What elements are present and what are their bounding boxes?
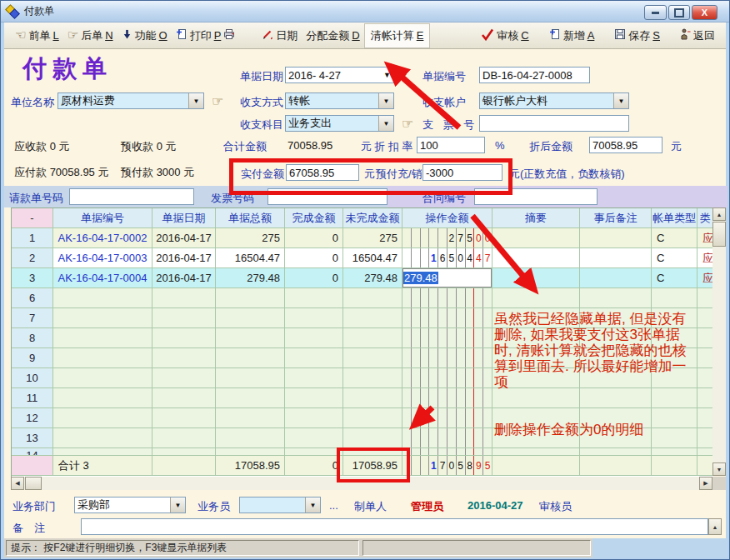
table-cell[interactable]: C — [652, 248, 698, 268]
table-cell[interactable] — [652, 368, 698, 388]
doc-no-input[interactable]: DB-16-04-27-0008 — [479, 67, 590, 83]
scroll-up-button[interactable]: ▲ — [712, 208, 726, 221]
table-cell[interactable] — [698, 368, 713, 388]
table-cell[interactable]: 8 — [12, 328, 53, 348]
cheque-input[interactable] — [479, 115, 629, 132]
table-row[interactable]: 11 — [12, 388, 713, 408]
prev-doc-button[interactable]: ☜前单L — [11, 26, 63, 46]
table-cell[interactable] — [402, 388, 492, 408]
table-cell[interactable] — [652, 288, 698, 308]
clerk-combo[interactable]: ▼ — [239, 497, 321, 513]
table-cell[interactable]: 16504.47 — [216, 248, 285, 268]
table-cell[interactable] — [152, 456, 216, 476]
table-cell[interactable] — [652, 456, 698, 476]
table-cell[interactable] — [492, 328, 580, 348]
table-cell[interactable] — [698, 348, 713, 368]
table-row[interactable]: 13 — [12, 428, 713, 448]
horizontal-scrollbar[interactable]: ◀ ▶ — [11, 477, 712, 490]
table-cell[interactable] — [216, 408, 285, 428]
table-cell[interactable]: 6 — [12, 288, 53, 308]
return-button[interactable]: 返回 — [676, 26, 719, 46]
table-cell[interactable] — [152, 328, 216, 348]
table-cell[interactable]: 279.48 — [216, 268, 285, 288]
table-cell[interactable] — [343, 288, 402, 308]
function-button[interactable]: 功能O — [118, 26, 172, 46]
table-cell[interactable] — [402, 308, 492, 328]
table-cell[interactable]: 应付 — [698, 228, 713, 248]
chevron-down-icon[interactable]: ▼ — [378, 116, 393, 131]
table-cell[interactable] — [492, 248, 580, 268]
column-header[interactable]: 单据总额 — [216, 208, 285, 228]
table-row[interactable]: 1AK-16-04-17-00022016-04-17275027527500C… — [12, 228, 713, 248]
table-cell[interactable] — [152, 288, 216, 308]
table-cell[interactable] — [343, 328, 402, 348]
operation-amount-editbox[interactable]: 279.48 — [402, 268, 492, 288]
table-cell[interactable]: AK-16-04-17-0003 — [53, 248, 152, 268]
table-cell[interactable]: 275 — [216, 228, 285, 248]
chevron-down-icon[interactable]: ▼ — [383, 71, 391, 79]
table-cell[interactable]: 7 — [12, 308, 53, 328]
column-header[interactable]: 类 — [698, 208, 713, 228]
table-cell[interactable] — [402, 288, 492, 308]
table-cell[interactable] — [580, 448, 652, 456]
pay-method-combo[interactable]: 转帐▼ — [285, 92, 394, 109]
dept-combo[interactable]: 采购部▼ — [74, 497, 186, 513]
table-row[interactable]: 10 — [12, 368, 713, 388]
table-cell[interactable] — [402, 368, 492, 388]
table-cell[interactable]: 3 — [12, 268, 53, 288]
table-cell[interactable] — [152, 448, 216, 456]
table-cell[interactable] — [652, 428, 698, 448]
table-row[interactable]: 3AK-16-04-17-00042016-04-17279.480279.48… — [12, 268, 713, 288]
actual-pay-input[interactable]: 67058.95 — [286, 164, 359, 181]
table-cell[interactable] — [402, 428, 492, 448]
table-cell[interactable]: 27500 — [402, 228, 492, 248]
doc-date-input[interactable]: 2016- 4-27▼ — [285, 67, 394, 83]
table-cell[interactable] — [53, 328, 152, 348]
table-cell[interactable] — [216, 288, 285, 308]
table-cell[interactable]: 17058.95 — [343, 456, 402, 476]
table-cell[interactable]: 2 — [12, 248, 53, 268]
print-button[interactable]: 打印P — [172, 26, 240, 46]
column-header[interactable]: - — [12, 208, 53, 228]
table-cell[interactable] — [285, 368, 343, 388]
table-cell[interactable]: 0 — [285, 456, 343, 476]
table-cell[interactable] — [492, 228, 580, 248]
vertical-scrollbar[interactable]: ▲ ▼ — [712, 208, 726, 476]
table-cell[interactable] — [580, 228, 652, 248]
table-cell[interactable]: 0 — [285, 268, 343, 288]
table-cell[interactable] — [402, 328, 492, 348]
audit-button[interactable]: 审核C — [477, 26, 532, 46]
table-cell[interactable] — [216, 388, 285, 408]
table-cell[interactable]: 11 — [12, 388, 53, 408]
table-cell[interactable]: 0 — [285, 228, 343, 248]
table-cell[interactable]: 1705895 — [402, 456, 492, 476]
horizontal-scroll-thumb[interactable] — [25, 477, 42, 490]
next-doc-button[interactable]: ☞后单N — [63, 26, 118, 46]
unit-combo[interactable]: 原材料运费▼ — [58, 92, 204, 109]
table-cell[interactable] — [698, 328, 713, 348]
table-cell[interactable]: 279.48 — [402, 268, 492, 288]
table-cell[interactable] — [402, 348, 492, 368]
table-cell[interactable] — [53, 428, 152, 448]
table-cell[interactable] — [53, 348, 152, 368]
minimize-button[interactable] — [644, 5, 667, 20]
column-header[interactable]: 未完成金额 — [343, 208, 402, 228]
table-cell[interactable]: 10 — [12, 368, 53, 388]
table-cell[interactable] — [343, 348, 402, 368]
scroll-right-button[interactable]: ▶ — [699, 477, 712, 490]
table-cell[interactable] — [492, 448, 580, 456]
table-row[interactable]: 合计 317058.95017058.951705895 — [12, 456, 713, 476]
table-cell[interactable] — [652, 388, 698, 408]
table-cell[interactable] — [285, 448, 343, 456]
column-header[interactable]: 完成金额 — [285, 208, 343, 228]
table-cell[interactable] — [580, 368, 652, 388]
discount-rate-input[interactable]: 100 — [417, 137, 485, 153]
column-header[interactable]: 操作金额 — [402, 208, 492, 228]
prepaid-offset-input[interactable]: -3000 — [422, 164, 502, 181]
table-cell[interactable] — [492, 408, 580, 428]
table-cell[interactable] — [698, 408, 713, 428]
table-cell[interactable] — [343, 388, 402, 408]
table-cell[interactable] — [152, 368, 216, 388]
table-cell[interactable] — [652, 308, 698, 328]
table-cell[interactable]: 应付 — [698, 248, 713, 268]
